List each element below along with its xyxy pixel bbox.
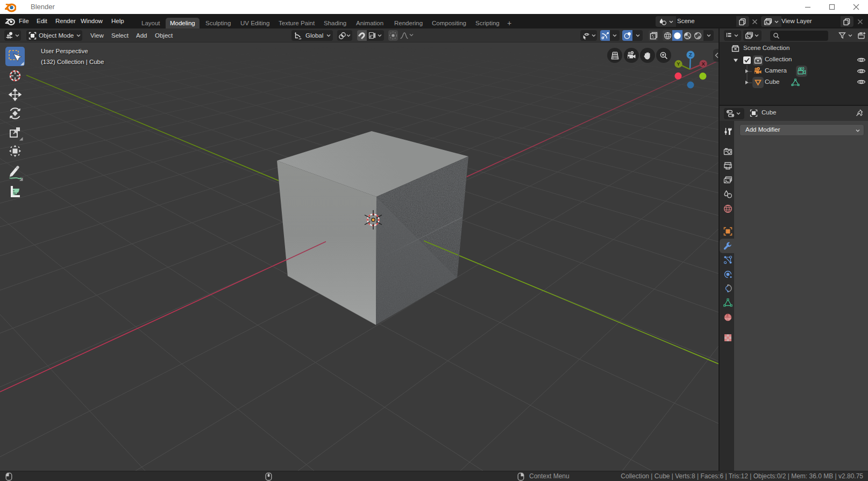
svg-text:X: X — [702, 61, 706, 67]
svg-text:Y: Y — [677, 61, 680, 67]
svg-text:Z: Z — [689, 52, 692, 58]
